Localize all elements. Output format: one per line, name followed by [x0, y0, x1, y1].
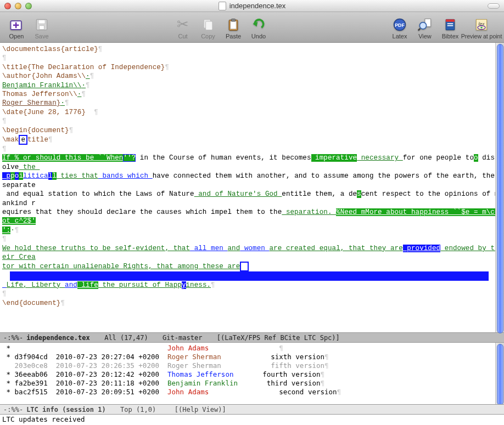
log-scrollbar[interactable] [495, 343, 504, 404]
title-bar: independence.tex [0, 0, 504, 12]
log-scroll-thumb[interactable] [497, 344, 503, 404]
modeline-modes: [(LaTeX/FPS Ref BCite LTC Spc)] [217, 334, 340, 342]
author-jefferson: Thomas Jefferson\\ [2, 90, 77, 98]
document-icon [219, 2, 226, 10]
toolbar: Open Save ✂ Cut Copy Paste Undo PDF Late… [0, 12, 504, 43]
minibuffer-message: LTC updates received [2, 415, 85, 423]
author-sherman: Roger Sherman} [2, 99, 60, 107]
preview-label: Preview at point [461, 33, 502, 39]
open-button[interactable]: Open [4, 16, 29, 39]
svg-rect-18 [446, 19, 455, 21]
svg-point-15 [419, 22, 426, 29]
copy-button[interactable]: Copy [196, 16, 220, 39]
author-franklin: Benjamin Franklin\\ [2, 82, 81, 89]
undo-button[interactable]: Undo [247, 16, 271, 39]
version-log-content: * John Adams ¶ * d3f904cd 2010-07-23 20:… [2, 344, 502, 396]
view-button[interactable]: View [413, 16, 437, 39]
svg-rect-4 [38, 20, 45, 24]
modeline2-modes: [(Help View)] [175, 406, 226, 413]
cursor-box: e [19, 135, 27, 145]
window-zoom-button[interactable] [25, 3, 32, 9]
view-label: View [418, 33, 432, 39]
author-adams: \author{John Adams\\ [2, 72, 86, 80]
bibtex-button[interactable]: Bibtex [438, 16, 462, 39]
date-cmd: \date{June 28, 1776} [2, 109, 86, 116]
maketitle-cmd: title [27, 136, 48, 144]
latex-button[interactable]: PDF Latex [388, 16, 412, 39]
word-imperative: imperative [311, 154, 357, 162]
undo-label: Undo [251, 33, 266, 39]
comment-when: If % or should this be ``When [2, 154, 123, 162]
toolbar-toggle-pill[interactable] [488, 3, 500, 9]
word-necessary: necessary [357, 154, 403, 162]
paste-button[interactable]: Paste [221, 16, 245, 39]
window-title: independence.tex [229, 2, 286, 10]
editor-content[interactable]: \documentclass{article}¶ ¶ \title{The De… [2, 45, 501, 308]
window-minimize-button[interactable] [15, 3, 21, 9]
editor-scrollbar[interactable] [495, 43, 504, 332]
copy-label: Copy [201, 33, 215, 39]
modeline2-filename: LTC info (session 1) [26, 406, 106, 413]
svg-rect-5 [40, 25, 44, 29]
svg-text:PDF: PDF [395, 22, 405, 27]
truths-line: We hold these truths to be self-evident,… [2, 245, 190, 252]
modeline-position: All (17,47) [104, 334, 148, 342]
preview-at-point-button[interactable]: ℓex Preview at point [463, 16, 500, 39]
svg-rect-9 [231, 21, 237, 29]
paste-label: Paste [226, 33, 241, 39]
version-log[interactable]: * John Adams ¶ * d3f904cd 2010-07-23 20:… [0, 343, 504, 404]
modeline-log[interactable]: -:%%- LTC info (session 1) Top (1,0) [(H… [0, 404, 504, 415]
modeline-filename: independence.tex [26, 334, 90, 342]
end-document: \end{document} [2, 299, 60, 307]
selected-blank-line [10, 271, 489, 280]
svg-rect-10 [232, 19, 236, 21]
documentclass-cmd: \documentclass{article} [2, 46, 98, 53]
modeline2-flags: -:%%- [3, 406, 23, 413]
modeline2-position: Top (1,0) [120, 406, 156, 413]
svg-rect-7 [206, 21, 212, 30]
begin-document: \begin{document} [2, 127, 69, 134]
svg-point-24 [480, 26, 482, 28]
svg-rect-19 [447, 23, 453, 24]
modeline-editor[interactable]: -:%%- independence.tex All (17,47) Git-m… [0, 332, 504, 343]
minibuffer[interactable]: LTC updates received [0, 415, 504, 425]
editor-scroll-thumb[interactable] [497, 44, 503, 333]
latex-label: Latex [393, 33, 407, 39]
save-label: Save [35, 33, 48, 39]
cut-label: Cut [178, 33, 187, 39]
editor-area[interactable]: \documentclass{article}¶ ¶ \title{The De… [0, 43, 504, 332]
title-cmd: \title{The Declaration of Independence} [2, 64, 165, 71]
window-close-button[interactable] [4, 3, 11, 9]
svg-rect-20 [447, 25, 453, 26]
open-label: Open [9, 33, 24, 39]
bibtex-label: Bibtex [442, 33, 459, 39]
save-button[interactable]: Save [30, 16, 54, 39]
cut-button[interactable]: ✂ Cut [171, 16, 195, 39]
modeline-vcs: Git-master [163, 334, 202, 342]
svg-line-16 [418, 29, 421, 31]
modeline-flags: -:%%- [3, 334, 23, 342]
